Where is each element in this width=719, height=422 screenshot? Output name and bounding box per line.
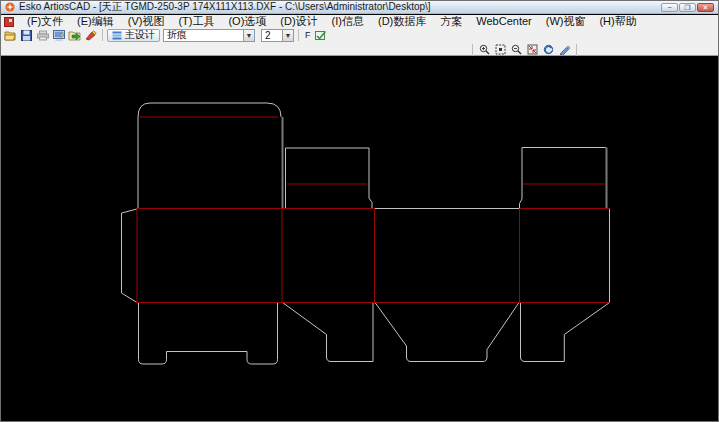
app-window: Esko ArtiosCAD - [天正 TGMD-250-3P 174X111… — [0, 0, 719, 422]
cut-line — [139, 303, 278, 365]
cut-line — [122, 209, 138, 303]
drawing-canvas[interactable] — [2, 56, 719, 422]
cut-line — [520, 148, 523, 209]
cut-line — [283, 303, 374, 362]
dieline-drawing — [1, 1, 719, 422]
cut-line — [521, 303, 610, 362]
cut-line — [138, 103, 281, 117]
cut-line — [286, 148, 373, 209]
cut-line — [375, 303, 519, 362]
